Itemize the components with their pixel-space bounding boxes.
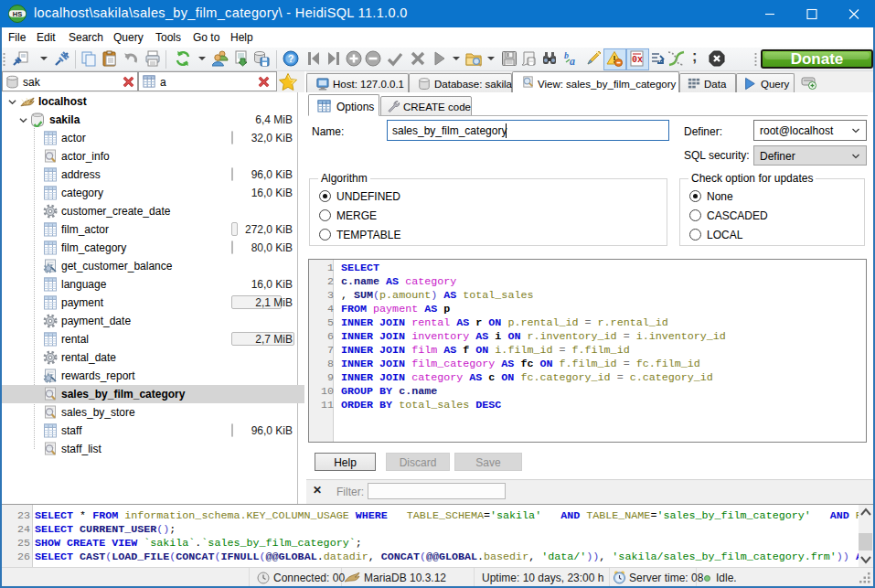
svg-text:0x: 0x [632, 55, 643, 65]
svg-text:a: a [570, 55, 575, 67]
svg-text:HS: HS [13, 10, 22, 18]
svg-text:b: b [564, 50, 569, 60]
svg-text:?: ? [288, 53, 294, 64]
